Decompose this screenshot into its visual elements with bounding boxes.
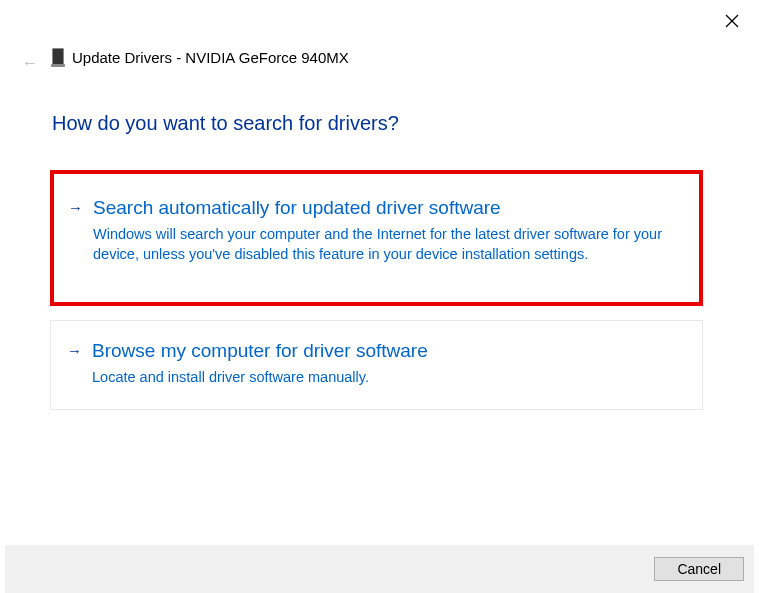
back-arrow-icon: ← (22, 54, 38, 72)
close-button[interactable] (725, 14, 741, 30)
arrow-right-icon: → (67, 339, 82, 363)
option-search-automatically[interactable]: → Search automatically for updated drive… (50, 170, 703, 306)
cancel-button[interactable]: Cancel (654, 557, 744, 581)
device-icon (52, 48, 64, 66)
close-icon (725, 14, 739, 31)
option-browse-computer[interactable]: → Browse my computer for driver software… (50, 320, 703, 410)
options-container: → Search automatically for updated drive… (50, 170, 703, 424)
option-title: Browse my computer for driver software (92, 339, 680, 363)
arrow-right-icon: → (68, 196, 83, 220)
option-title: Search automatically for updated driver … (93, 196, 677, 220)
page-heading: How do you want to search for drivers? (52, 112, 399, 135)
button-bar: Cancel (5, 545, 754, 593)
title-bar: Update Drivers - NVIDIA GeForce 940MX (52, 48, 349, 66)
option-description: Windows will search your computer and th… (93, 224, 677, 264)
option-description: Locate and install driver software manua… (92, 367, 680, 387)
window-title: Update Drivers - NVIDIA GeForce 940MX (72, 49, 349, 66)
